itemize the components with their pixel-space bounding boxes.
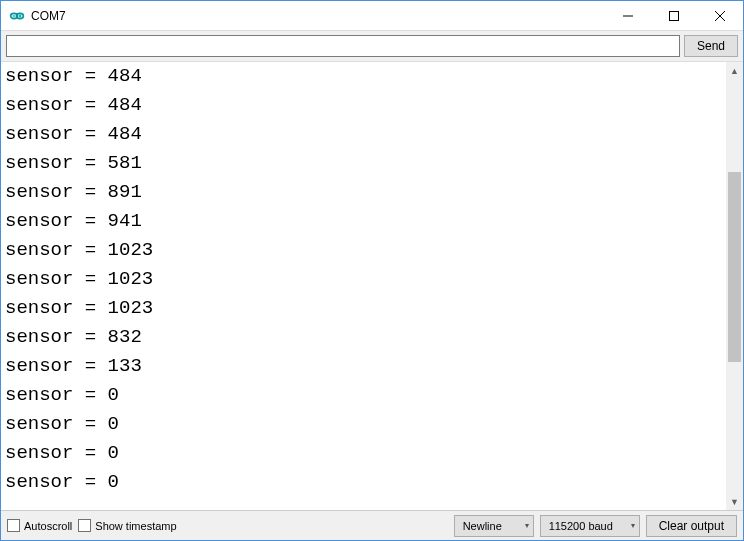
scroll-down-arrow-icon[interactable]: ▼ (726, 493, 743, 510)
input-row: Send (1, 31, 743, 61)
scroll-up-arrow-icon[interactable]: ▲ (726, 62, 743, 79)
svg-line-7 (715, 11, 725, 21)
maximize-button[interactable] (651, 1, 697, 30)
clear-output-button[interactable]: Clear output (646, 515, 737, 537)
line-ending-select[interactable]: Newline ▾ (454, 515, 534, 537)
footer-bar: Autoscroll Show timestamp Newline ▾ 1152… (1, 510, 743, 540)
close-button[interactable] (697, 1, 743, 30)
vertical-scrollbar[interactable]: ▲ ▼ (726, 62, 743, 510)
chevron-down-icon: ▾ (525, 521, 529, 530)
svg-line-8 (715, 11, 725, 21)
line-ending-value: Newline (463, 520, 502, 532)
baud-rate-value: 115200 baud (549, 520, 613, 532)
show-timestamp-checkbox[interactable]: Show timestamp (78, 519, 176, 532)
scroll-thumb[interactable] (728, 172, 741, 362)
serial-input[interactable] (6, 35, 680, 57)
autoscroll-label: Autoscroll (24, 520, 72, 532)
checkbox-box (78, 519, 91, 532)
serial-monitor-window: COM7 Send sensor = 484 sensor = 484 sens… (0, 0, 744, 541)
titlebar: COM7 (1, 1, 743, 31)
chevron-down-icon: ▾ (631, 521, 635, 530)
output-area: sensor = 484 sensor = 484 sensor = 484 s… (1, 61, 743, 510)
window-controls (605, 1, 743, 30)
autoscroll-checkbox[interactable]: Autoscroll (7, 519, 72, 532)
minimize-button[interactable] (605, 1, 651, 30)
window-title: COM7 (31, 9, 605, 23)
send-button[interactable]: Send (684, 35, 738, 57)
svg-rect-6 (670, 11, 679, 20)
checkbox-box (7, 519, 20, 532)
baud-rate-select[interactable]: 115200 baud ▾ (540, 515, 640, 537)
arduino-icon (9, 8, 25, 24)
serial-output-text: sensor = 484 sensor = 484 sensor = 484 s… (5, 62, 725, 510)
timestamp-label: Show timestamp (95, 520, 176, 532)
